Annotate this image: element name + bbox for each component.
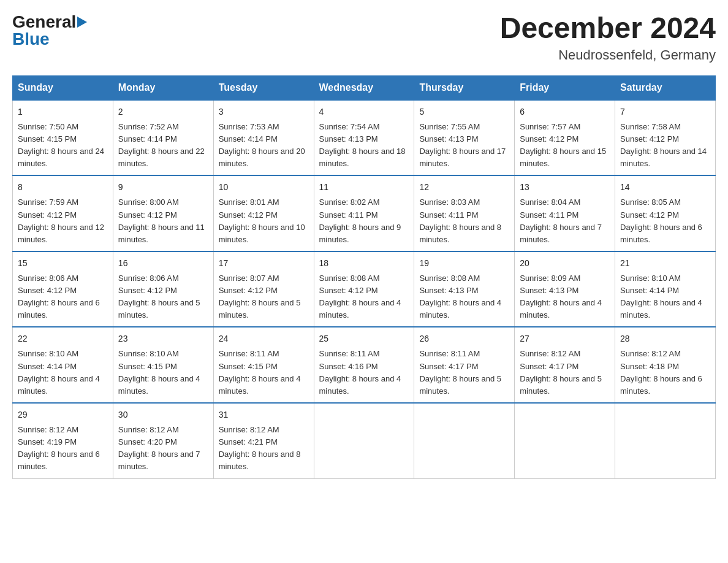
day-info: Sunrise: 8:02 AMSunset: 4:11 PMDaylight:… [319, 197, 401, 243]
table-row: 18Sunrise: 8:08 AMSunset: 4:12 PMDayligh… [314, 251, 414, 327]
table-row: 13Sunrise: 8:04 AMSunset: 4:11 PMDayligh… [515, 175, 615, 251]
day-info: Sunrise: 8:09 AMSunset: 4:13 PMDaylight:… [520, 274, 602, 320]
day-number: 5 [419, 105, 509, 118]
table-row: 11Sunrise: 8:02 AMSunset: 4:11 PMDayligh… [314, 175, 414, 251]
table-row [414, 403, 515, 478]
day-info: Sunrise: 7:57 AMSunset: 4:12 PMDaylight:… [520, 122, 606, 168]
day-number: 4 [319, 105, 409, 118]
month-title: December 2024 [500, 12, 716, 45]
table-row: 24Sunrise: 8:11 AMSunset: 4:15 PMDayligh… [213, 327, 314, 403]
week-row-2: 8Sunrise: 7:59 AMSunset: 4:12 PMDaylight… [13, 175, 716, 251]
day-number: 13 [520, 181, 610, 194]
col-saturday: Saturday [615, 75, 716, 100]
table-row: 4Sunrise: 7:54 AMSunset: 4:13 PMDaylight… [314, 100, 414, 176]
column-header-row: Sunday Monday Tuesday Wednesday Thursday… [13, 75, 716, 100]
table-row: 27Sunrise: 8:12 AMSunset: 4:17 PMDayligh… [515, 327, 615, 403]
day-number: 20 [520, 257, 610, 270]
day-number: 27 [520, 332, 610, 345]
day-info: Sunrise: 7:53 AMSunset: 4:14 PMDaylight:… [219, 122, 305, 168]
week-row-5: 29Sunrise: 8:12 AMSunset: 4:19 PMDayligh… [13, 403, 716, 478]
day-number: 28 [620, 332, 710, 345]
day-info: Sunrise: 8:00 AMSunset: 4:12 PMDaylight:… [118, 197, 205, 243]
table-row: 3Sunrise: 7:53 AMSunset: 4:14 PMDaylight… [213, 100, 314, 176]
day-number: 3 [219, 105, 309, 118]
day-number: 30 [118, 408, 208, 421]
table-row: 21Sunrise: 8:10 AMSunset: 4:14 PMDayligh… [615, 251, 716, 327]
day-info: Sunrise: 7:58 AMSunset: 4:12 PMDaylight:… [620, 122, 707, 168]
week-row-1: 1Sunrise: 7:50 AMSunset: 4:15 PMDaylight… [13, 100, 716, 176]
day-info: Sunrise: 8:08 AMSunset: 4:12 PMDaylight:… [319, 274, 401, 320]
table-row: 20Sunrise: 8:09 AMSunset: 4:13 PMDayligh… [515, 251, 615, 327]
day-info: Sunrise: 8:11 AMSunset: 4:17 PMDaylight:… [419, 349, 501, 395]
day-number: 10 [219, 181, 309, 194]
table-row: 26Sunrise: 8:11 AMSunset: 4:17 PMDayligh… [414, 327, 515, 403]
day-info: Sunrise: 7:54 AMSunset: 4:13 PMDaylight:… [319, 122, 406, 168]
day-number: 23 [118, 332, 208, 345]
table-row: 23Sunrise: 8:10 AMSunset: 4:15 PMDayligh… [113, 327, 213, 403]
location-title: Neudrossenfeld, Germany [500, 47, 716, 63]
day-number: 17 [219, 257, 309, 270]
table-row [314, 403, 414, 478]
day-info: Sunrise: 8:11 AMSunset: 4:16 PMDaylight:… [319, 349, 401, 395]
table-row [515, 403, 615, 478]
day-number: 31 [219, 408, 309, 421]
day-info: Sunrise: 8:10 AMSunset: 4:15 PMDaylight:… [118, 349, 200, 395]
day-number: 1 [18, 105, 108, 118]
svg-marker-0 [77, 17, 87, 28]
table-row: 25Sunrise: 8:11 AMSunset: 4:16 PMDayligh… [314, 327, 414, 403]
table-row: 1Sunrise: 7:50 AMSunset: 4:15 PMDaylight… [13, 100, 113, 176]
col-monday: Monday [113, 75, 213, 100]
day-info: Sunrise: 8:01 AMSunset: 4:12 PMDaylight:… [219, 197, 305, 243]
table-row [615, 403, 716, 478]
table-row: 31Sunrise: 8:12 AMSunset: 4:21 PMDayligh… [213, 403, 314, 478]
day-info: Sunrise: 8:06 AMSunset: 4:12 PMDaylight:… [118, 274, 200, 320]
day-info: Sunrise: 8:12 AMSunset: 4:19 PMDaylight:… [18, 425, 100, 471]
day-number: 12 [419, 181, 509, 194]
day-number: 9 [118, 181, 208, 194]
day-number: 7 [620, 105, 710, 118]
day-info: Sunrise: 8:10 AMSunset: 4:14 PMDaylight:… [18, 349, 100, 395]
day-info: Sunrise: 8:12 AMSunset: 4:17 PMDaylight:… [520, 349, 602, 395]
table-row: 6Sunrise: 7:57 AMSunset: 4:12 PMDaylight… [515, 100, 615, 176]
table-row: 28Sunrise: 8:12 AMSunset: 4:18 PMDayligh… [615, 327, 716, 403]
table-row: 12Sunrise: 8:03 AMSunset: 4:11 PMDayligh… [414, 175, 515, 251]
day-info: Sunrise: 8:05 AMSunset: 4:12 PMDaylight:… [620, 197, 702, 243]
day-number: 21 [620, 257, 710, 270]
col-thursday: Thursday [414, 75, 515, 100]
day-info: Sunrise: 7:55 AMSunset: 4:13 PMDaylight:… [419, 122, 506, 168]
day-number: 14 [620, 181, 710, 194]
day-number: 11 [319, 181, 409, 194]
day-info: Sunrise: 8:10 AMSunset: 4:14 PMDaylight:… [620, 274, 702, 320]
week-row-4: 22Sunrise: 8:10 AMSunset: 4:14 PMDayligh… [13, 327, 716, 403]
day-info: Sunrise: 8:03 AMSunset: 4:11 PMDaylight:… [419, 197, 501, 243]
day-number: 19 [419, 257, 509, 270]
week-row-3: 15Sunrise: 8:06 AMSunset: 4:12 PMDayligh… [13, 251, 716, 327]
calendar-table: Sunday Monday Tuesday Wednesday Thursday… [12, 75, 716, 479]
day-number: 16 [118, 257, 208, 270]
table-row: 9Sunrise: 8:00 AMSunset: 4:12 PMDaylight… [113, 175, 213, 251]
day-info: Sunrise: 8:11 AMSunset: 4:15 PMDaylight:… [219, 349, 301, 395]
day-info: Sunrise: 7:59 AMSunset: 4:12 PMDaylight:… [18, 197, 104, 243]
table-row: 2Sunrise: 7:52 AMSunset: 4:14 PMDaylight… [113, 100, 213, 176]
day-number: 15 [18, 257, 108, 270]
day-number: 18 [319, 257, 409, 270]
logo-blue-text: Blue [12, 29, 89, 49]
day-info: Sunrise: 8:07 AMSunset: 4:12 PMDaylight:… [219, 274, 301, 320]
table-row: 14Sunrise: 8:05 AMSunset: 4:12 PMDayligh… [615, 175, 716, 251]
table-row: 17Sunrise: 8:07 AMSunset: 4:12 PMDayligh… [213, 251, 314, 327]
col-sunday: Sunday [13, 75, 113, 100]
table-row: 5Sunrise: 7:55 AMSunset: 4:13 PMDaylight… [414, 100, 515, 176]
day-info: Sunrise: 7:50 AMSunset: 4:15 PMDaylight:… [18, 122, 104, 168]
day-number: 24 [219, 332, 309, 345]
table-row: 16Sunrise: 8:06 AMSunset: 4:12 PMDayligh… [113, 251, 213, 327]
logo: General Blue [12, 12, 89, 49]
day-info: Sunrise: 8:12 AMSunset: 4:20 PMDaylight:… [118, 425, 200, 471]
page-header: General Blue December 2024 Neudrossenfel… [12, 12, 716, 63]
table-row: 19Sunrise: 8:08 AMSunset: 4:13 PMDayligh… [414, 251, 515, 327]
day-info: Sunrise: 8:04 AMSunset: 4:11 PMDaylight:… [520, 197, 602, 243]
table-row: 29Sunrise: 8:12 AMSunset: 4:19 PMDayligh… [13, 403, 113, 478]
day-number: 26 [419, 332, 509, 345]
day-number: 25 [319, 332, 409, 345]
day-number: 6 [520, 105, 610, 118]
table-row: 30Sunrise: 8:12 AMSunset: 4:20 PMDayligh… [113, 403, 213, 478]
